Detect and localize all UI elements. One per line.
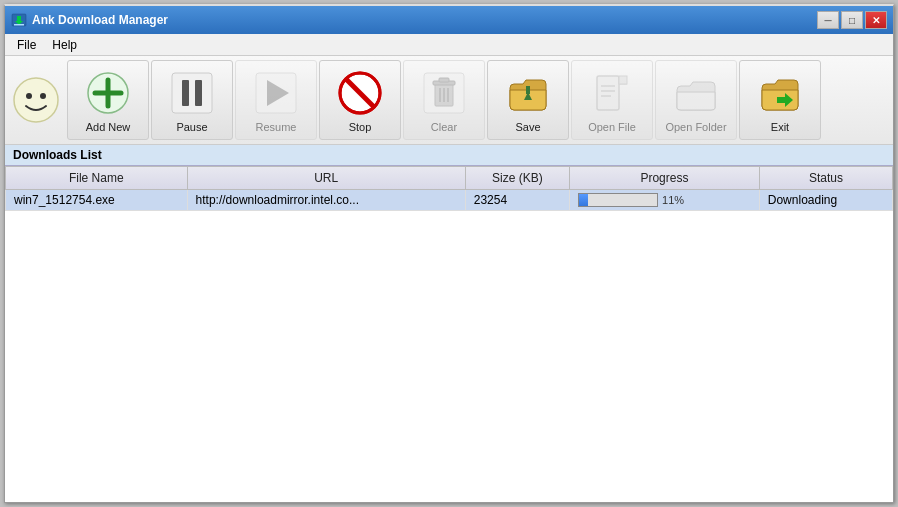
downloads-table-container[interactable]: File Name URL Size (KB) Progress Status … [5,166,893,502]
title-bar-controls: ─ □ ✕ [817,11,887,29]
main-window: Ank Download Manager ─ □ ✕ File Help [4,4,894,503]
cell-progress: 11% [570,190,760,211]
svg-rect-8 [172,73,212,113]
stop-label: Stop [349,121,372,133]
progress-bar-inner [579,194,588,206]
col-file-name: File Name [6,167,188,190]
svg-point-3 [26,93,32,99]
pause-button[interactable]: Pause [151,60,233,140]
svg-rect-1 [14,24,24,26]
title-bar: Ank Download Manager ─ □ ✕ [5,6,893,34]
exit-icon [756,69,804,117]
exit-label: Exit [771,121,789,133]
add-new-button[interactable]: Add New [67,60,149,140]
col-status: Status [759,167,892,190]
menu-file[interactable]: File [9,36,44,54]
resume-label: Resume [256,121,297,133]
cell-size: 23254 [465,190,569,211]
menu-bar: File Help [5,34,893,56]
svg-rect-27 [619,76,627,84]
table-row[interactable]: win7_1512754.exehttp://downloadmirror.in… [6,190,893,211]
svg-point-2 [14,78,58,122]
svg-point-4 [40,93,46,99]
cell-url: http://downloadmirror.intel.co... [187,190,465,211]
downloads-table: File Name URL Size (KB) Progress Status … [5,166,893,211]
clear-button[interactable]: Clear [403,60,485,140]
add-new-icon [84,69,132,117]
smiley-icon [12,76,60,124]
clear-label: Clear [431,121,457,133]
svg-rect-19 [439,78,449,82]
open-folder-label: Open Folder [665,121,726,133]
pause-label: Pause [176,121,207,133]
minimize-button[interactable]: ─ [817,11,839,29]
pause-icon [168,69,216,117]
open-file-icon [588,69,636,117]
title-bar-left: Ank Download Manager [11,12,168,28]
exit-button[interactable]: Exit [739,60,821,140]
app-logo [11,75,61,125]
col-url: URL [187,167,465,190]
table-header-row: File Name URL Size (KB) Progress Status [6,167,893,190]
save-icon [504,69,552,117]
clear-icon [420,69,468,117]
menu-help[interactable]: Help [44,36,85,54]
progress-bar-outer [578,193,658,207]
maximize-button[interactable]: □ [841,11,863,29]
toolbar: Add New Pause Resume [5,56,893,145]
svg-rect-10 [195,80,202,106]
close-button[interactable]: ✕ [865,11,887,29]
cell-status: Downloading [759,190,892,211]
progress-label: 11% [662,194,684,206]
col-progress: Progress [570,167,760,190]
downloads-list-header: Downloads List [5,145,893,166]
svg-rect-25 [597,76,619,110]
app-icon [11,12,27,28]
open-file-label: Open File [588,121,636,133]
downloads-section: Downloads List File Name URL Size (KB) P… [5,145,893,502]
save-label: Save [515,121,540,133]
stop-icon [336,69,384,117]
window-title: Ank Download Manager [32,13,168,27]
svg-rect-32 [777,97,787,103]
resume-button[interactable]: Resume [235,60,317,140]
open-folder-icon [672,69,720,117]
svg-rect-24 [526,86,530,94]
cell-file-name: win7_1512754.exe [6,190,188,211]
save-button[interactable]: Save [487,60,569,140]
stop-button[interactable]: Stop [319,60,401,140]
col-size: Size (KB) [465,167,569,190]
svg-rect-9 [182,80,189,106]
open-folder-button[interactable]: Open Folder [655,60,737,140]
resume-icon [252,69,300,117]
add-new-label: Add New [86,121,131,133]
open-file-button[interactable]: Open File [571,60,653,140]
